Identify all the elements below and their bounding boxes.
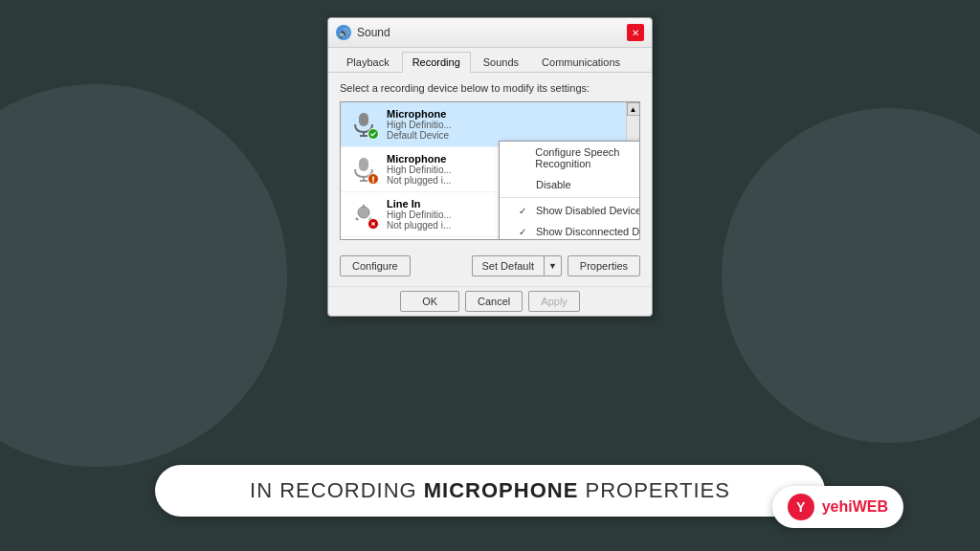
- set-default-arrow[interactable]: ▼: [544, 255, 562, 276]
- ok-button[interactable]: OK: [400, 291, 459, 312]
- tab-sounds[interactable]: Sounds: [473, 52, 529, 72]
- context-menu-configure[interactable]: Configure Speech Recognition: [500, 142, 640, 174]
- device-info-1: Microphone High Definitio... Default Dev…: [387, 108, 632, 141]
- device-desc2-1: Default Device: [387, 130, 632, 141]
- context-menu-disable[interactable]: Disable: [500, 174, 640, 195]
- device-icon-1: [348, 109, 379, 140]
- device-icon-3: [348, 199, 379, 230]
- status-badge-2: [368, 173, 379, 185]
- dialog-footer-1: Configure Set Default ▼ Properties: [328, 250, 652, 286]
- svg-point-8: [372, 181, 374, 183]
- context-menu-show-disconnected[interactable]: ✓ Show Disconnected Devices: [500, 221, 640, 240]
- svg-line-10: [356, 218, 358, 220]
- svg-rect-0: [359, 113, 368, 126]
- logo-icon: Y: [788, 494, 814, 520]
- sound-dialog: 🔊 Sound ✕ Playback Recording Sounds Comm…: [327, 17, 653, 317]
- device-desc1-1: High Definitio...: [387, 120, 632, 130]
- bottom-banner: IN RECORDING MICROPHONE PROPERTIES: [155, 465, 825, 517]
- context-menu: Configure Speech Recognition Disable ✓ S…: [499, 141, 640, 240]
- logo-badge: Y yehiWEB: [772, 486, 903, 528]
- banner-suffix: PROPERTIES: [578, 478, 730, 502]
- context-menu-show-disabled[interactable]: ✓ Show Disabled Devices: [500, 200, 640, 221]
- banner-bold: MICROPHONE: [424, 478, 579, 502]
- title-left: 🔊 Sound: [336, 25, 390, 40]
- dialog-body: Select a recording device below to modif…: [328, 73, 652, 250]
- logo-text: yehiWEB: [822, 498, 888, 516]
- device-name-1: Microphone: [387, 108, 632, 120]
- scroll-up-arrow[interactable]: ▲: [627, 102, 640, 116]
- logo-prefix: yehi: [822, 498, 853, 515]
- close-button[interactable]: ✕: [627, 24, 644, 41]
- status-badge-3: [368, 218, 379, 230]
- dialog-titlebar: 🔊 Sound ✕: [328, 18, 652, 48]
- apply-button[interactable]: Apply: [528, 291, 580, 312]
- dialog-title: Sound: [357, 26, 390, 39]
- dialog-footer-2: OK Cancel Apply: [328, 286, 652, 316]
- set-default-button[interactable]: Set Default: [472, 255, 544, 276]
- svg-point-9: [358, 207, 369, 218]
- svg-rect-4: [359, 158, 368, 171]
- device-icon-2: [348, 154, 379, 185]
- tab-playback[interactable]: Playback: [336, 52, 400, 72]
- set-default-group: Set Default ▼: [472, 255, 562, 276]
- banner-text: IN RECORDING MICROPHONE PROPERTIES: [250, 478, 730, 503]
- configure-button[interactable]: Configure: [340, 255, 411, 276]
- tab-bar: Playback Recording Sounds Communications: [328, 48, 652, 73]
- sound-icon: 🔊: [336, 25, 351, 40]
- logo-bold: WEB: [853, 498, 888, 515]
- properties-button[interactable]: Properties: [568, 255, 640, 276]
- context-menu-divider-1: [500, 197, 640, 198]
- cancel-button[interactable]: Cancel: [465, 291, 523, 312]
- instruction-text: Select a recording device below to modif…: [340, 82, 640, 94]
- tab-communications[interactable]: Communications: [531, 52, 631, 72]
- tab-recording[interactable]: Recording: [402, 52, 471, 73]
- main-content: 🔊 Sound ✕ Playback Recording Sounds Comm…: [0, 0, 980, 551]
- status-badge-1: [368, 128, 379, 140]
- device-list: Microphone High Definitio... Default Dev…: [340, 101, 640, 240]
- banner-prefix: IN RECORDING: [250, 478, 424, 502]
